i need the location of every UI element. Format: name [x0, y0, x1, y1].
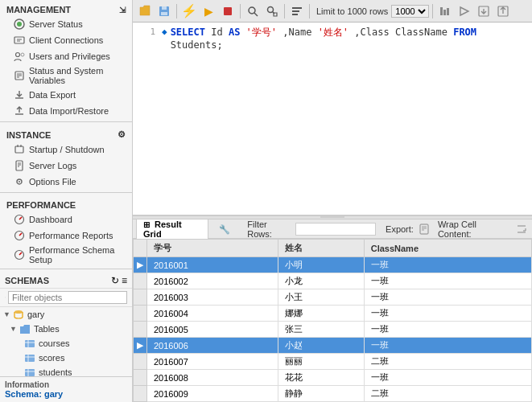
export-area: Export:: [386, 222, 431, 236]
svg-line-23: [19, 233, 22, 236]
svg-rect-29: [25, 340, 35, 347]
limit-select[interactable]: 1000 500 200 100: [391, 5, 429, 18]
stop-btn[interactable]: [219, 2, 237, 20]
export-csv-btn[interactable]: [417, 222, 431, 236]
data-export-icon: [13, 88, 26, 101]
data-export-label: Data Export: [29, 90, 76, 100]
table-row[interactable]: 2016007丽丽二班: [134, 354, 532, 370]
sep5: [432, 4, 433, 18]
table-row[interactable]: ▶2016001小明一班: [134, 257, 532, 273]
sidebar-item-startup[interactable]: Startup / Shutdown: [0, 142, 132, 158]
sql-editor[interactable]: 1 ◆ SELECT Id AS '学号' ,Name '姓名' ,Class …: [133, 23, 532, 215]
client-connections-label: Client Connections: [29, 35, 103, 45]
filter-rows-label: Filter Rows:: [247, 219, 292, 239]
client-connections-icon: [13, 34, 26, 47]
col-header-xuehao[interactable]: 学号: [147, 240, 278, 257]
import-btn[interactable]: [494, 2, 512, 20]
startup-icon: [13, 143, 26, 156]
svg-line-46: [254, 13, 258, 16]
sidebar-item-server-logs[interactable]: Server Logs: [0, 158, 132, 174]
cell-id: 2016004: [147, 306, 278, 322]
sep1: [176, 4, 177, 18]
sidebar-item-data-import[interactable]: Data Import/Restore: [0, 103, 132, 119]
tree-item-scores[interactable]: ▶ scores: [0, 351, 132, 365]
open-file-btn[interactable]: [136, 2, 154, 20]
gary-label: gary: [27, 310, 44, 319]
cell-name: 花花: [278, 370, 364, 386]
wrap-toggle-btn[interactable]: [514, 222, 529, 236]
svg-rect-59: [420, 224, 428, 234]
students-label: students: [39, 367, 72, 376]
sidebar-item-status-vars[interactable]: Status and System Variables: [0, 64, 132, 87]
sidebar-item-dashboard[interactable]: Dashboard: [0, 211, 132, 228]
tree-item-tables[interactable]: ▼ Tables: [0, 322, 132, 336]
filter-rows-input[interactable]: [295, 223, 376, 236]
cell-class: 一班: [364, 338, 531, 354]
refresh-schemas-icon[interactable]: ↻: [111, 275, 119, 286]
sidebar-item-data-export[interactable]: Data Export: [0, 87, 132, 103]
table-row[interactable]: ▶2016006小赵一班: [134, 338, 532, 354]
svg-rect-51: [292, 14, 298, 15]
table-row[interactable]: 2016004娜娜一班: [134, 306, 532, 322]
sidebar-item-perf-schema[interactable]: Performance Schema Setup: [0, 244, 132, 266]
sidebar-item-options-file[interactable]: Options File: [0, 174, 132, 190]
result-table: 学号 姓名 ClassName ▶2016001小明一班2016002小龙一班2…: [133, 239, 532, 402]
result-grid-container[interactable]: 学号 姓名 ClassName ▶2016001小明一班2016002小龙一班2…: [133, 239, 532, 402]
options-file-label: Options File: [29, 177, 76, 187]
table-row[interactable]: 2016005张三一班: [134, 322, 532, 338]
result-tabs-bar: ⊞ Result Grid 🔧 Filter Rows: Export:: [133, 219, 532, 239]
row-marker: [134, 289, 147, 306]
divider1: [0, 121, 132, 122]
tab-result-grid[interactable]: ⊞ Result Grid: [136, 219, 208, 240]
svg-point-45: [249, 7, 255, 14]
instance-section: INSTANCE ⚙: [0, 125, 132, 142]
format-btn[interactable]: [288, 2, 306, 20]
cell-class: 一班: [364, 273, 531, 289]
cell-class: 一班: [364, 370, 531, 386]
svg-rect-11: [15, 146, 23, 153]
svg-rect-42: [162, 6, 167, 10]
cell-name: 丽丽: [278, 354, 364, 370]
management-expand-icon[interactable]: ⇲: [119, 6, 126, 14]
server-status-label: Server Status: [29, 19, 83, 29]
save-btn[interactable]: [155, 2, 173, 20]
dashboard-icon: [13, 213, 26, 226]
execute-btn[interactable]: ⚡: [180, 2, 198, 20]
performance-title: PERFORMANCE: [6, 200, 76, 210]
table-row[interactable]: 2016009静静二班: [134, 386, 532, 402]
server-logs-label: Server Logs: [29, 161, 76, 170]
col-header-xingming[interactable]: 姓名: [278, 240, 364, 257]
sidebar-item-users-privileges[interactable]: Users and Privileges: [0, 48, 132, 64]
sidebar-item-perf-reports[interactable]: Performance Reports: [0, 228, 132, 244]
server-logs-icon: [13, 159, 26, 172]
tree-item-students[interactable]: ▶ students: [0, 365, 132, 376]
svg-rect-44: [224, 7, 232, 15]
scores-label: scores: [39, 353, 64, 363]
search-replace-btn[interactable]: [263, 2, 281, 20]
info-bar: Information Schema: gary: [0, 376, 132, 402]
gary-chevron: ▼: [3, 310, 10, 318]
explain-btn[interactable]: [456, 2, 473, 20]
table-row[interactable]: 2016003小王一班: [134, 289, 532, 306]
profile-btn[interactable]: [436, 2, 454, 20]
row-marker: [134, 322, 147, 338]
tree-item-gary[interactable]: ▼ gary: [0, 307, 132, 322]
cell-name: 小龙: [278, 273, 364, 289]
limit-label: Limit to 1000 rows: [316, 6, 388, 16]
sidebar-item-client-connections[interactable]: Client Connections: [0, 32, 132, 48]
execute-current-btn[interactable]: ▶: [200, 2, 217, 20]
sidebar-item-server-status[interactable]: Server Status: [0, 16, 132, 32]
svg-rect-52: [440, 7, 443, 15]
table-row[interactable]: 2016002小龙一班: [134, 273, 532, 289]
table-row[interactable]: 2016008花花一班: [134, 370, 532, 386]
schema-config-icon[interactable]: ≡: [122, 275, 127, 286]
search-btn[interactable]: [244, 2, 262, 20]
wrap-cell-area: Wrap Cell Content:: [438, 219, 529, 239]
schema-info: Schema: gary: [5, 389, 127, 399]
col-header-classname[interactable]: ClassName: [364, 240, 531, 257]
tables-label: Tables: [34, 324, 60, 334]
tab-edit[interactable]: 🔧: [212, 222, 237, 236]
export-btn[interactable]: [475, 2, 493, 20]
tree-item-courses[interactable]: ▶ courses: [0, 336, 132, 351]
schema-filter-input[interactable]: [8, 291, 127, 304]
